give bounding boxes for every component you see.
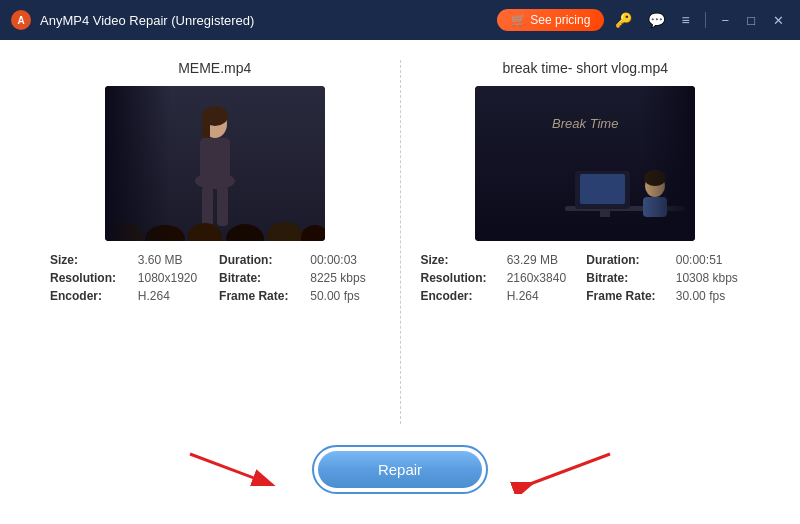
pricing-label: See pricing: [530, 13, 590, 27]
right-bitrate-value: 10308 kbps: [676, 271, 750, 285]
svg-rect-18: [600, 209, 610, 217]
right-resolution-value: 2160x3840: [507, 271, 579, 285]
right-arrow-icon: [490, 444, 620, 494]
left-encoder-value: H.264: [138, 289, 211, 303]
title-actions: 🛒 See pricing 🔑 💬 ≡ − □ ✕: [497, 9, 790, 31]
right-video-bg: Break Time: [475, 86, 695, 241]
left-video-bg: [105, 86, 325, 241]
left-bitrate-value: 8225 kbps: [310, 271, 379, 285]
chat-icon-button[interactable]: 💬: [643, 10, 670, 30]
left-video-panel: MEME.mp4: [30, 60, 401, 424]
minimize-button[interactable]: −: [716, 11, 736, 30]
svg-point-11: [188, 223, 222, 241]
maximize-button[interactable]: □: [741, 11, 761, 30]
right-video-title: break time- short vlog.mp4: [421, 60, 751, 76]
main-content: MEME.mp4: [0, 40, 800, 524]
left-video-info: Size: 3.60 MB Duration: 00:00:03 Resolut…: [50, 253, 380, 303]
svg-point-14: [301, 225, 325, 241]
right-resolution-label: Resolution:: [421, 271, 499, 285]
left-framerate-label: Frame Rate:: [219, 289, 302, 303]
app-logo-icon: A: [10, 9, 32, 31]
right-duration-value: 00:00:51: [676, 253, 750, 267]
right-framerate-label: Frame Rate:: [586, 289, 668, 303]
repair-button[interactable]: Repair: [318, 451, 482, 488]
left-size-value: 3.60 MB: [138, 253, 211, 267]
close-button[interactable]: ✕: [767, 11, 790, 30]
left-video-thumbnail: [105, 86, 325, 241]
right-size-label: Size:: [421, 253, 499, 267]
right-video-thumbnail: Break Time: [475, 86, 695, 241]
title-bar: A AnyMP4 Video Repair (Unregistered) 🛒 S…: [0, 0, 800, 40]
left-duration-label: Duration:: [219, 253, 302, 267]
left-resolution-label: Resolution:: [50, 271, 130, 285]
break-time-overlay: Break Time: [552, 116, 618, 131]
left-arrow-icon: [180, 444, 310, 494]
right-video-info: Size: 63.29 MB Duration: 00:00:51 Resolu…: [421, 253, 751, 303]
cart-icon: 🛒: [511, 13, 526, 27]
left-size-label: Size:: [50, 253, 130, 267]
menu-icon-button[interactable]: ≡: [676, 10, 694, 30]
right-video-panel: break time- short vlog.mp4 Break Time: [401, 60, 771, 424]
left-framerate-value: 50.00 fps: [310, 289, 379, 303]
title-divider: [705, 12, 706, 28]
svg-point-13: [267, 222, 303, 241]
videos-row: MEME.mp4: [30, 60, 770, 424]
right-encoder-label: Encoder:: [421, 289, 499, 303]
svg-text:A: A: [17, 15, 24, 26]
right-size-value: 63.29 MB: [507, 253, 579, 267]
left-video-title: MEME.mp4: [50, 60, 380, 76]
left-duration-value: 00:00:03: [310, 253, 379, 267]
repair-button-container: Repair: [312, 445, 488, 494]
svg-point-12: [226, 224, 264, 241]
key-icon-button[interactable]: 🔑: [610, 10, 637, 30]
svg-rect-4: [202, 116, 210, 141]
app-title: AnyMP4 Video Repair (Unregistered): [40, 13, 497, 28]
right-bitrate-label: Bitrate:: [586, 271, 668, 285]
left-encoder-label: Encoder:: [50, 289, 130, 303]
svg-point-8: [195, 173, 235, 189]
right-framerate-value: 30.00 fps: [676, 289, 750, 303]
left-resolution-value: 1080x1920: [138, 271, 211, 285]
right-encoder-value: H.264: [507, 289, 579, 303]
svg-rect-17: [580, 174, 625, 204]
bottom-section: Repair: [30, 434, 770, 504]
left-bitrate-label: Bitrate:: [219, 271, 302, 285]
right-duration-label: Duration:: [586, 253, 668, 267]
see-pricing-button[interactable]: 🛒 See pricing: [497, 9, 604, 31]
